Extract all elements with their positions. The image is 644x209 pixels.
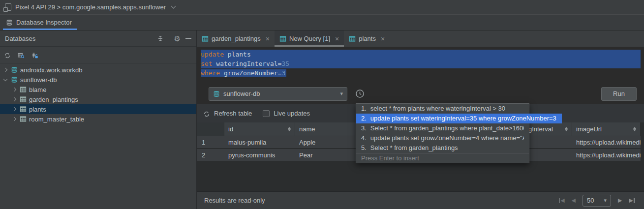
tree-item-label: room_master_table bbox=[29, 116, 84, 123]
history-item-number: 2. bbox=[361, 114, 367, 123]
previous-page-icon[interactable]: ◀ bbox=[572, 197, 576, 204]
table-cell: malus-pumila bbox=[224, 136, 295, 148]
tree-item-blame[interactable]: blame bbox=[0, 85, 196, 94]
tree-item-plants[interactable]: plants bbox=[0, 104, 196, 114]
history-item-5[interactable]: 5.Select * from garden_plantings bbox=[356, 143, 529, 153]
history-item-number: 3. bbox=[361, 123, 367, 133]
tree-item-label: plants bbox=[29, 106, 46, 113]
tree-item-garden_plantings[interactable]: garden_plantings bbox=[0, 94, 196, 104]
sql-token: wateringInterval= bbox=[212, 60, 281, 67]
sql-token: 35 bbox=[281, 60, 289, 67]
sql-token: where bbox=[201, 69, 220, 77]
tree-item-sunflower-db[interactable]: sunflower-db bbox=[0, 75, 196, 85]
column-header-rownum bbox=[197, 122, 224, 136]
page-size-select[interactable]: 50 ▾ bbox=[583, 195, 611, 207]
sort-icon[interactable] bbox=[288, 127, 291, 131]
query-history-popup: 1.select * from plants where wateringInt… bbox=[356, 103, 529, 163]
history-item-number: 4. bbox=[361, 133, 367, 143]
editor-tab-plants[interactable]: plants× bbox=[344, 30, 390, 47]
sql-line: where growZoneNumber=3 bbox=[201, 68, 641, 78]
chevron-collapsed-icon[interactable] bbox=[12, 107, 16, 111]
editor-tab-garden-plantings[interactable]: garden_plantings× bbox=[197, 30, 275, 47]
databases-panel-title: Databases bbox=[5, 35, 35, 42]
history-item-query: update plants set wateringInterval=35 wh… bbox=[370, 114, 556, 123]
device-selector-label[interactable]: Pixel 4 API 29 > com.google.samples.apps… bbox=[15, 3, 166, 11]
tab-database-inspector-label: Database Inspector bbox=[16, 19, 72, 26]
query-history-icon[interactable] bbox=[355, 89, 365, 98]
sql-token: plants bbox=[224, 51, 251, 58]
chevron-down-icon: ▾ bbox=[604, 197, 607, 204]
sql-token: 3 bbox=[281, 69, 285, 77]
table-icon bbox=[20, 86, 27, 93]
read-only-message: Results are read-only bbox=[204, 197, 265, 204]
database-select-value: sunflower-db bbox=[223, 90, 260, 97]
refresh-icon[interactable] bbox=[4, 52, 11, 59]
query-table-icon[interactable] bbox=[18, 52, 25, 59]
next-page-icon[interactable]: ▶ bbox=[618, 197, 622, 204]
close-icon[interactable]: × bbox=[335, 35, 339, 43]
history-item-query: Select * from garden_plantings bbox=[370, 143, 458, 153]
query-controls: sunflower-db ▾ Run bbox=[197, 84, 644, 104]
first-page-icon[interactable]: ◀ bbox=[559, 197, 564, 204]
history-item-number: 1. bbox=[361, 104, 367, 114]
device-bar: Pixel 4 API 29 > com.google.samples.apps… bbox=[0, 0, 644, 15]
live-updates-checkbox[interactable] bbox=[263, 110, 270, 117]
history-item-3[interactable]: 3.Select * from garden_plantings where p… bbox=[356, 123, 529, 133]
run-button[interactable]: Run bbox=[601, 87, 637, 101]
gear-icon[interactable]: ⚙ bbox=[174, 35, 181, 42]
editor-tab-new-query-1-[interactable]: New Query [1]× bbox=[275, 30, 344, 47]
chevron-collapsed-icon[interactable] bbox=[12, 97, 16, 101]
sql-token: update bbox=[201, 51, 224, 58]
tree-item-room_master_table[interactable]: room_master_table bbox=[0, 114, 196, 124]
history-item-4[interactable]: 4.update plants set growZoneNumber=4 whe… bbox=[356, 133, 529, 143]
selected-tab-underline bbox=[3, 29, 77, 30]
chevron-down-icon: ▾ bbox=[340, 90, 343, 97]
column-header-label: id bbox=[228, 125, 233, 133]
chevron-expanded-icon[interactable] bbox=[3, 77, 7, 81]
sql-line: update plants bbox=[201, 50, 641, 59]
tree-item-androidx.work.workdb[interactable]: androidx.work.workdb bbox=[0, 65, 196, 75]
editor-tab-label: plants bbox=[359, 35, 376, 42]
close-icon[interactable]: × bbox=[381, 35, 385, 43]
tree-item-label: blame bbox=[29, 86, 46, 93]
chevron-collapsed-icon[interactable] bbox=[12, 88, 16, 91]
history-item-1[interactable]: 1.select * from plants where wateringInt… bbox=[356, 104, 529, 114]
table-icon bbox=[279, 35, 286, 42]
close-icon[interactable]: × bbox=[266, 35, 270, 43]
refresh-table-icon[interactable] bbox=[203, 110, 210, 117]
chevron-collapsed-icon[interactable] bbox=[3, 68, 7, 72]
refresh-table-label[interactable]: Refresh table bbox=[214, 110, 252, 117]
column-header-imageUrl[interactable]: imageUrl bbox=[572, 122, 641, 136]
hide-panel-icon[interactable] bbox=[185, 38, 191, 39]
collapse-all-icon[interactable] bbox=[157, 35, 164, 42]
editor-tabs: garden_plantings×New Query [1]×plants× bbox=[197, 30, 644, 47]
sort-icon[interactable] bbox=[565, 127, 568, 131]
editor-tab-label: New Query [1] bbox=[289, 35, 330, 42]
chevron-down-icon[interactable] bbox=[171, 4, 176, 9]
history-item-query: select * from plants where wateringInter… bbox=[370, 104, 505, 114]
sql-editor[interactable]: update plantsset wateringInterval=35wher… bbox=[197, 47, 644, 84]
database-icon bbox=[11, 66, 18, 73]
database-icon bbox=[213, 90, 220, 97]
database-select[interactable]: sunflower-db ▾ bbox=[209, 87, 347, 101]
database-stack-icon bbox=[6, 19, 13, 26]
keep-connections-open-icon[interactable] bbox=[31, 52, 38, 59]
column-header-id[interactable]: id bbox=[224, 122, 295, 136]
tree-item-label: sunflower-db bbox=[20, 76, 57, 84]
database-icon bbox=[11, 76, 18, 83]
tree-item-label: garden_plantings bbox=[29, 96, 78, 103]
last-page-icon[interactable]: ▶ bbox=[629, 197, 635, 204]
table-cell: https://upload.wikimedi bbox=[572, 136, 641, 148]
history-item-2[interactable]: 2.update plants set wateringInterval=35 … bbox=[356, 114, 562, 123]
table-cell: 1 bbox=[197, 136, 224, 148]
pagination: ◀ ◀ 50 ▾ ▶ ▶ bbox=[559, 195, 635, 207]
divider bbox=[169, 34, 169, 42]
databases-panel: Databases ⚙ androidx.work.workdbsunf bbox=[0, 30, 197, 209]
column-header-label: name bbox=[299, 125, 315, 133]
chevron-collapsed-icon[interactable] bbox=[12, 117, 16, 121]
toolwindow-bar: Database Inspector bbox=[0, 15, 644, 30]
sort-icon[interactable] bbox=[633, 127, 636, 131]
history-item-query: Select * from garden_plantings where pla… bbox=[370, 123, 524, 133]
table-icon bbox=[202, 35, 209, 42]
tab-database-inspector[interactable]: Database Inspector bbox=[0, 15, 79, 30]
